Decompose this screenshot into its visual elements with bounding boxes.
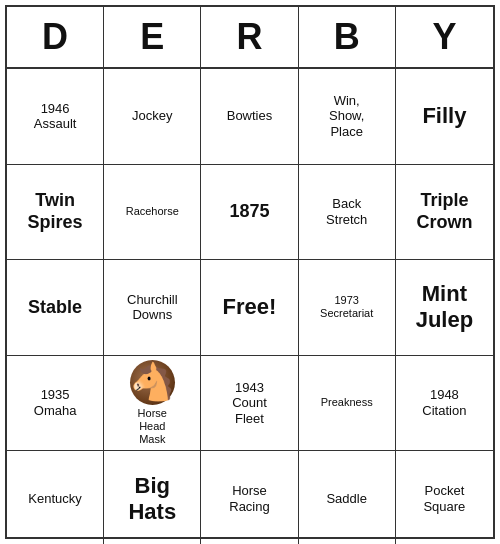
cell-text-2: Bowties bbox=[227, 108, 273, 124]
cell-12: Free! bbox=[201, 260, 298, 356]
cell-7: 1875 bbox=[201, 165, 298, 261]
cell-9: Triple Crown bbox=[396, 165, 493, 261]
cell-18: Preakness bbox=[299, 356, 396, 452]
cell-14: Mint Julep bbox=[396, 260, 493, 356]
bingo-grid: 1946 AssaultJockeyBowtiesWin, Show, Plac… bbox=[7, 69, 493, 544]
header-row: D E R B Y bbox=[7, 7, 493, 69]
cell-text-4: Filly bbox=[422, 103, 466, 129]
header-d: D bbox=[7, 7, 104, 67]
cell-text-24: Pocket Square bbox=[423, 483, 465, 514]
cell-19: 1948 Citation bbox=[396, 356, 493, 452]
cell-6: Racehorse bbox=[104, 165, 201, 261]
cell-text-21: Big Hats bbox=[128, 473, 176, 526]
cell-text-9: Triple Crown bbox=[416, 190, 472, 233]
cell-21: Big Hats bbox=[104, 451, 201, 544]
cell-text-15: 1935 Omaha bbox=[34, 387, 77, 418]
cell-text-3: Win, Show, Place bbox=[329, 93, 364, 140]
cell-text-10: Stable bbox=[28, 297, 82, 319]
bingo-card: D E R B Y 1946 AssaultJockeyBowtiesWin, … bbox=[5, 5, 495, 539]
cell-text-13: 1973 Secretariat bbox=[320, 294, 373, 320]
cell-text-14: Mint Julep bbox=[416, 281, 473, 334]
cell-text-22: Horse Racing bbox=[229, 483, 269, 514]
cell-text-12: Free! bbox=[223, 294, 277, 320]
cell-text-11: Churchill Downs bbox=[127, 292, 178, 323]
cell-text-8: Back Stretch bbox=[326, 196, 367, 227]
cell-10: Stable bbox=[7, 260, 104, 356]
horse-head-icon bbox=[130, 360, 175, 405]
cell-23: Saddle bbox=[299, 451, 396, 544]
cell-3: Win, Show, Place bbox=[299, 69, 396, 165]
cell-20: Kentucky bbox=[7, 451, 104, 544]
cell-24: Pocket Square bbox=[396, 451, 493, 544]
cell-text-19: 1948 Citation bbox=[422, 387, 466, 418]
cell-11: Churchill Downs bbox=[104, 260, 201, 356]
cell-1: Jockey bbox=[104, 69, 201, 165]
cell-8: Back Stretch bbox=[299, 165, 396, 261]
cell-22: Horse Racing bbox=[201, 451, 298, 544]
cell-13: 1973 Secretariat bbox=[299, 260, 396, 356]
header-b: B bbox=[299, 7, 396, 67]
header-r: R bbox=[201, 7, 298, 67]
cell-text-1: Jockey bbox=[132, 108, 172, 124]
cell-text-7: 1875 bbox=[229, 201, 269, 223]
cell-16: Horse Head Mask bbox=[104, 356, 201, 452]
cell-2: Bowties bbox=[201, 69, 298, 165]
cell-5: Twin Spires bbox=[7, 165, 104, 261]
cell-text-17: 1943 Count Fleet bbox=[232, 380, 267, 427]
cell-4: Filly bbox=[396, 69, 493, 165]
cell-text-6: Racehorse bbox=[126, 205, 179, 218]
cell-15: 1935 Omaha bbox=[7, 356, 104, 452]
header-y: Y bbox=[396, 7, 493, 67]
cell-text-18: Preakness bbox=[321, 396, 373, 409]
cell-text-0: 1946 Assault bbox=[34, 101, 77, 132]
cell-0: 1946 Assault bbox=[7, 69, 104, 165]
cell-text-16: Horse Head Mask bbox=[138, 407, 167, 447]
cell-text-23: Saddle bbox=[326, 491, 366, 507]
cell-17: 1943 Count Fleet bbox=[201, 356, 298, 452]
cell-text-20: Kentucky bbox=[28, 491, 81, 507]
cell-text-5: Twin Spires bbox=[28, 190, 83, 233]
header-e: E bbox=[104, 7, 201, 67]
